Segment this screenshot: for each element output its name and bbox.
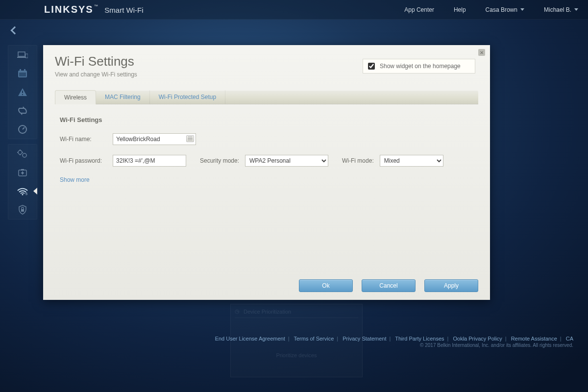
footer-tos[interactable]: Terms of Service — [294, 336, 334, 342]
show-more-link[interactable]: Show more — [60, 176, 473, 183]
sidebar-item-wifi[interactable]: 5 — [8, 182, 37, 200]
show-widget-label: Show widget on the homepage — [380, 63, 461, 70]
wifi-mode-select[interactable]: Mixed — [380, 155, 443, 167]
footer-third-party[interactable]: Third Party Licenses — [395, 336, 444, 342]
nav-location-dropdown[interactable]: Casa Brown — [486, 6, 524, 13]
svg-rect-9 — [22, 94, 23, 95]
label-wifi-name: Wi-Fi name: — [60, 136, 113, 143]
nav-app-center[interactable]: App Center — [404, 6, 434, 13]
show-widget-checkbox[interactable] — [368, 63, 375, 70]
close-icon[interactable]: ✕ — [478, 49, 485, 56]
brand-main-text: LINKSYS — [44, 4, 94, 15]
priority-icon: ◷ — [235, 308, 240, 315]
tab-wireless[interactable]: Wireless — [55, 90, 96, 104]
cancel-button[interactable]: Cancel — [362, 279, 416, 292]
top-navbar: LINKSYS™ Smart Wi-Fi App Center Help Cas… — [0, 0, 588, 20]
sidebar: 5 — [8, 45, 37, 224]
footer-eula[interactable]: End User License Agreement — [215, 336, 285, 342]
svg-rect-24 — [21, 209, 24, 212]
wireless-form: Wi-Fi Settings Wi-Fi name: Wi-Fi passwor… — [55, 104, 478, 188]
nav-user-label: Michael B. — [544, 6, 571, 13]
sidebar-item-sync[interactable] — [8, 101, 37, 120]
nav-location-label: Casa Brown — [486, 6, 517, 13]
back-row — [0, 20, 588, 41]
svg-rect-8 — [22, 91, 23, 93]
wifi-password-input[interactable] — [113, 155, 186, 167]
nav-help[interactable]: Help — [454, 6, 466, 13]
sidebar-item-device-list[interactable] — [8, 46, 37, 64]
brand-logo: LINKSYS™ Smart Wi-Fi — [44, 4, 143, 15]
brand-subtitle: Smart Wi-Fi — [104, 6, 143, 14]
footer-copyright: © 2017 Belkin International, Inc. and/or… — [0, 343, 573, 348]
keyboard-icon[interactable] — [186, 135, 194, 142]
svg-point-22 — [22, 194, 24, 196]
svg-rect-0 — [18, 52, 25, 56]
apply-button[interactable]: Apply — [424, 279, 478, 292]
button-row: Ok Cancel Apply — [299, 279, 478, 292]
ghost-title: Device Prioritization — [244, 309, 291, 315]
form-section-header: Wi-Fi Settings — [60, 116, 473, 123]
security-mode-select[interactable]: WPA2 Personal — [245, 155, 328, 167]
sidebar-item-speed[interactable] — [8, 120, 37, 139]
svg-rect-6 — [24, 69, 25, 72]
svg-rect-5 — [20, 69, 21, 72]
tab-wps[interactable]: Wi-Fi Protected Setup — [150, 90, 225, 104]
footer: End User License Agreement| Terms of Ser… — [0, 336, 588, 348]
ok-button[interactable]: Ok — [299, 279, 353, 292]
svg-rect-1 — [17, 57, 26, 58]
footer-ca[interactable]: CA — [566, 336, 573, 342]
caret-down-icon — [520, 8, 524, 11]
sidebar-item-troubleshoot[interactable] — [8, 163, 37, 182]
label-security-mode: Security mode: — [200, 157, 239, 164]
wifi-settings-modal: ✕ Wi-Fi Settings View and change Wi-Fi s… — [43, 45, 490, 300]
wifi-name-input[interactable] — [113, 133, 196, 145]
svg-text:5: 5 — [25, 192, 27, 196]
footer-privacy[interactable]: Privacy Statement — [343, 336, 386, 342]
footer-ookla[interactable]: Ookla Privacy Policy — [453, 336, 502, 342]
ghost-line: Prioritize devices — [235, 352, 358, 358]
caret-down-icon — [574, 8, 578, 11]
label-wifi-mode: Wi-Fi mode: — [342, 157, 374, 164]
sidebar-item-security[interactable] — [8, 200, 37, 219]
sidebar-item-calendar[interactable] — [8, 64, 37, 83]
back-chevron-icon[interactable] — [11, 26, 19, 35]
svg-rect-19 — [21, 169, 24, 171]
nav-user-dropdown[interactable]: Michael B. — [544, 6, 578, 13]
sidebar-item-settings[interactable] — [8, 145, 37, 163]
tab-mac-filtering[interactable]: MAC Filtering — [96, 90, 150, 104]
sidebar-item-alert[interactable] — [8, 83, 37, 101]
brand-tm: ™ — [94, 4, 98, 8]
footer-remote[interactable]: Remote Assistance — [511, 336, 557, 342]
tab-row: Wireless MAC Filtering Wi-Fi Protected S… — [55, 91, 478, 104]
svg-point-12 — [18, 150, 22, 154]
show-widget-toggle[interactable]: Show widget on the homepage — [363, 59, 475, 74]
svg-line-11 — [23, 127, 24, 129]
svg-rect-4 — [19, 73, 26, 76]
label-wifi-password: Wi-Fi password: — [60, 157, 113, 164]
svg-point-13 — [23, 153, 26, 157]
topnav-right: App Center Help Casa Brown Michael B. — [404, 6, 578, 13]
